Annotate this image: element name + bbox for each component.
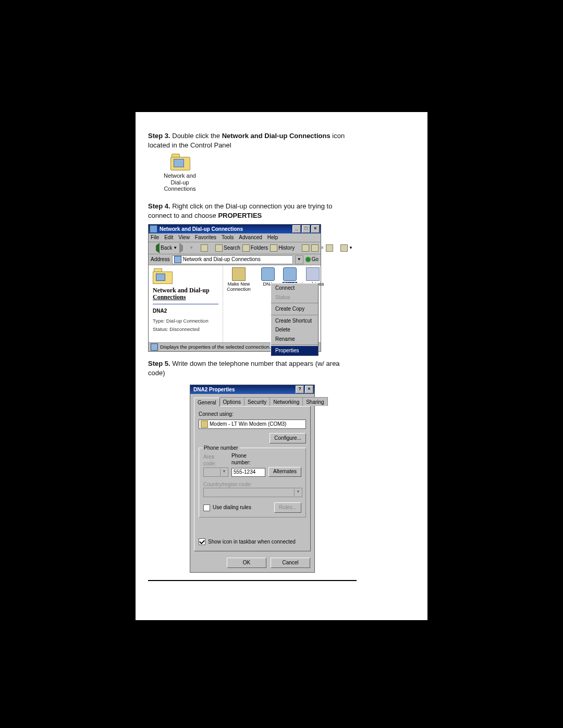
cancel-button[interactable]: Cancel — [271, 558, 310, 568]
connect-using-label: Connect using: — [199, 411, 306, 418]
address-icon — [174, 256, 181, 263]
use-dialing-rules-label: Use dialing rules — [213, 504, 251, 511]
up-icon — [201, 244, 208, 252]
views-icon — [340, 244, 348, 252]
step-4-text: Step 4. Right click on the Dial-up conne… — [148, 202, 357, 220]
bottom-rule — [148, 580, 357, 581]
go-icon — [305, 257, 311, 262]
toolbar-extra-1[interactable] — [302, 244, 309, 252]
chevron-down-icon: ▼ — [220, 468, 228, 476]
context-rename[interactable]: Rename — [271, 335, 318, 344]
forward-button[interactable]: ▼ — [179, 243, 193, 253]
context-delete[interactable]: Delete — [271, 325, 318, 335]
explorer-toolbar: Back▼ ▼ Search Folders History × ▼ — [149, 242, 321, 254]
explorer-right-pane: Make New Connection DNA DNA2 Local Area — [223, 265, 321, 342]
go-button[interactable]: Go — [305, 256, 319, 263]
extra-icon-3 — [326, 244, 333, 252]
rules-button: Rules... — [274, 502, 301, 513]
step-3-bold: Network and Dial-up Connections — [222, 132, 331, 140]
tab-networking[interactable]: Networking — [270, 397, 303, 406]
context-menu: Connect Status Create Copy Create Shortc… — [271, 283, 319, 356]
menu-help[interactable]: Help — [267, 234, 278, 241]
menu-advanced[interactable]: Advanced — [239, 234, 262, 241]
statusbar-text: Displays the properties of the selected … — [160, 344, 271, 351]
icon-make-new-connection[interactable]: Make New Connection — [224, 267, 253, 292]
country-region-field: ▼ — [203, 488, 302, 497]
left-pane-status: Status: Disconnected — [153, 326, 218, 333]
history-button[interactable]: History — [270, 244, 295, 252]
connect-using-field[interactable]: Modem - LT Win Modem (COM3) — [199, 419, 306, 429]
folder-icon — [169, 153, 190, 170]
context-create-shortcut[interactable]: Create Shortcut — [271, 316, 318, 326]
history-icon — [270, 244, 277, 252]
left-pane-heading-2: Connections — [153, 294, 218, 301]
dialog-body: General Options Security Networking Shar… — [190, 394, 314, 554]
dialog-title-text: DNA2 Properties — [191, 386, 296, 393]
phone-number-group-label: Phone number — [202, 445, 240, 452]
explorer-left-pane: Network and Dial-up Connections DNA2 Typ… — [149, 265, 223, 342]
tab-general[interactable]: General — [194, 398, 220, 406]
folders-button[interactable]: Folders — [242, 244, 268, 252]
left-pane-selected-name: DNA2 — [153, 307, 218, 315]
tab-sharing[interactable]: Sharing — [302, 397, 327, 406]
explorer-title-text: Network and Dial-up Connections — [160, 226, 292, 233]
explorer-titlebar[interactable]: Network and Dial-up Connections _ □ × — [149, 225, 321, 233]
step-3-part-a: Double click the — [172, 132, 222, 140]
menu-tools[interactable]: Tools — [222, 234, 234, 241]
dialog-buttons: OK Cancel — [190, 554, 314, 572]
toolbar-views[interactable]: ▼ — [340, 244, 353, 252]
up-button[interactable] — [201, 244, 208, 252]
explorer-title-icon — [150, 225, 157, 233]
address-field[interactable]: Network and Dial-up Connections — [172, 255, 293, 264]
dialog-titlebar[interactable]: DNA2 Properties ? × — [190, 385, 314, 394]
context-properties[interactable]: Properties — [271, 346, 318, 355]
chevron-down-icon: ▼ — [294, 489, 302, 496]
ok-button[interactable]: OK — [227, 558, 266, 568]
page: Step 3. Double click the Network and Dia… — [0, 0, 563, 728]
address-dropdown[interactable]: ▼ — [295, 255, 303, 264]
area-code-field: ▼ — [203, 467, 228, 477]
step-5-body: Write down the telephone number that app… — [148, 360, 340, 377]
dialog-help-button[interactable]: ? — [296, 386, 304, 393]
tab-security[interactable]: Security — [244, 397, 270, 406]
area-code-label: Area code: — [203, 453, 228, 467]
menu-view[interactable]: View — [178, 234, 190, 241]
step-4-label: Step 4. — [148, 202, 170, 210]
left-pane-type: Type: Dial-up Connection — [153, 318, 218, 325]
back-button[interactable]: Back▼ — [151, 243, 177, 253]
connect-using-value: Modem - LT Win Modem (COM3) — [210, 421, 286, 428]
use-dialing-rules-checkbox[interactable]: Use dialing rules — [203, 504, 251, 511]
step-3-text: Step 3. Double click the Network and Dia… — [148, 131, 357, 150]
phone-number-field[interactable]: 555-1234 — [231, 468, 265, 477]
close-button[interactable]: × — [311, 225, 320, 233]
configure-button[interactable]: Configure... — [270, 433, 306, 443]
left-pane-heading-1: Network and Dial-up — [153, 287, 210, 294]
connection-icon — [283, 267, 297, 281]
maximize-button[interactable]: □ — [302, 225, 310, 233]
menu-file[interactable]: File — [151, 234, 159, 241]
dialog-close-button[interactable]: × — [305, 386, 313, 393]
tab-options[interactable]: Options — [219, 397, 244, 406]
show-icon-checkbox[interactable]: Show icon in taskbar when connected — [199, 538, 306, 546]
search-icon — [215, 244, 223, 252]
menu-favorites[interactable]: Favorites — [195, 234, 216, 241]
toolbar-extra-2[interactable] — [311, 244, 319, 252]
menu-edit[interactable]: Edit — [164, 234, 173, 241]
phone-number-label: Phone number: — [231, 452, 265, 466]
icon-make-new-label: Make New Connection — [224, 282, 253, 292]
minimize-button[interactable]: _ — [292, 225, 301, 233]
explorer-menubar: File Edit View Favorites Tools Advanced … — [149, 233, 321, 242]
show-icon-label: Show icon in taskbar when connected — [208, 538, 296, 546]
checkbox-box — [203, 504, 210, 511]
context-create-copy[interactable]: Create Copy — [271, 304, 318, 314]
properties-dialog: DNA2 Properties ? × General Options Secu… — [190, 385, 315, 573]
toolbar-extra-3[interactable] — [326, 244, 333, 252]
country-region-label: Country/region code: — [203, 481, 301, 488]
alternates-button[interactable]: Alternates — [268, 467, 301, 477]
network-dialup-desktop-icon[interactable]: Network and Dial-up Connections — [157, 153, 202, 192]
context-connect[interactable]: Connect — [271, 283, 318, 293]
search-button[interactable]: Search — [215, 244, 240, 252]
document-content: Step 3. Double click the Network and Dia… — [148, 131, 357, 581]
explorer-addressbar: Address Network and Dial-up Connections … — [149, 254, 321, 265]
go-label: Go — [312, 256, 319, 263]
